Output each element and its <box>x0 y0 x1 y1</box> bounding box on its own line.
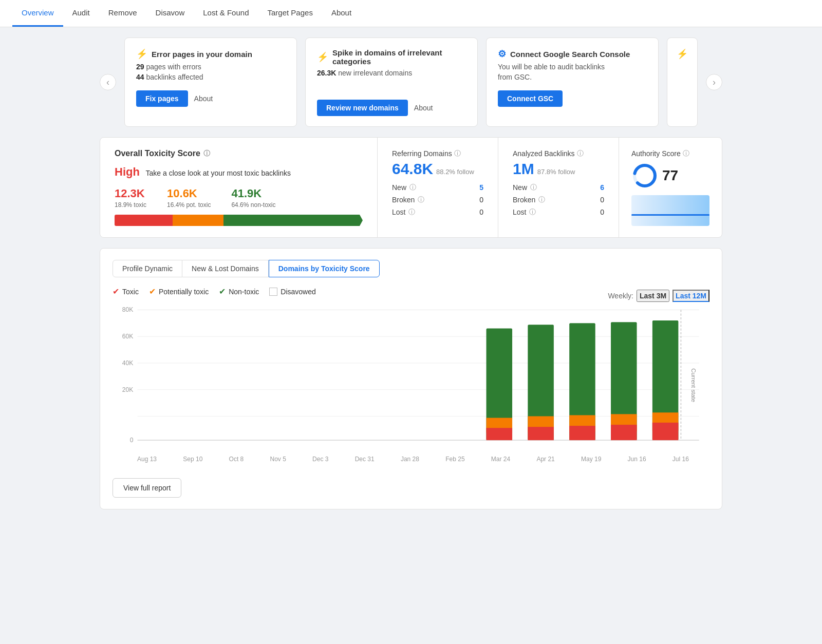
authority-score-panel: Authority Score ⓘ 77 <box>619 138 722 237</box>
svg-text:20K: 20K <box>122 386 134 393</box>
svg-text:0: 0 <box>130 437 134 444</box>
analyzed-lost-row: Lost ⓘ 0 <box>513 207 604 217</box>
about-link-error[interactable]: About <box>194 94 213 103</box>
stats-row: Overall Toxicity Score ⓘ High Take a clo… <box>100 137 722 238</box>
check-toxic-icon: ✔ <box>113 287 119 296</box>
tox-num-nontoxic: 41.9K 64.6% non-toxic <box>231 187 275 209</box>
chart-area: 80K 60K 40K 20K 0 <box>113 305 709 469</box>
tox-label-toxic: 18.9% toxic <box>115 201 146 209</box>
authority-score-display: 77 <box>631 162 709 189</box>
alert-card-partial: ⚡ <box>667 37 698 127</box>
analyzed-new-row: New ⓘ 6 <box>513 183 604 192</box>
toxicity-panel: Overall Toxicity Score ⓘ High Take a clo… <box>100 138 378 237</box>
analyzed-backlinks-label: Analyzed Backlinks ⓘ <box>513 149 604 158</box>
check-pot-toxic-icon: ✔ <box>149 287 156 296</box>
alert-card-spike: ⚡ Spike in domains of irrelevant categor… <box>305 37 478 127</box>
nav-overview[interactable]: Overview <box>12 0 63 27</box>
tox-bar-green <box>223 215 352 226</box>
alert-body-gsc-2: from GSC. <box>498 73 647 81</box>
period-last-12m[interactable]: Last 12M <box>672 290 709 302</box>
nav-lost-found[interactable]: Lost & Found <box>194 0 258 27</box>
alert-body-error-2: 44 backlinks affected <box>136 73 285 81</box>
chart-x-labels: Aug 13 Sep 10 Oct 8 Nov 5 Dec 3 Dec 31 J… <box>113 453 709 463</box>
referring-broken-info-icon[interactable]: ⓘ <box>418 195 424 204</box>
alert-body-gsc-1: You will be able to audit backlinks <box>498 63 647 71</box>
alert-actions-spike: Review new domains About <box>317 100 466 116</box>
alert-body-error-1: 29 pages with errors <box>136 63 285 71</box>
analyzed-backlinks-rows: New ⓘ 6 Broken ⓘ 0 Lost ⓘ 0 <box>513 183 604 217</box>
tox-label-pot-toxic: 16.4% pot. toxic <box>167 201 211 209</box>
toxicity-desc: Take a close look at your most toxic bac… <box>146 169 291 177</box>
referring-domains-main: 64.8K 88.2% follow <box>392 160 483 178</box>
alert-title-error: ⚡ Error pages in your domain <box>136 48 285 60</box>
check-disavowed-icon <box>269 288 277 296</box>
about-link-spike[interactable]: About <box>414 104 433 112</box>
analyzed-broken-info-icon[interactable]: ⓘ <box>538 195 545 204</box>
legend-disavowed: Disavowed <box>269 288 315 296</box>
legend-period-row: ✔ Toxic ✔ Potentially toxic ✔ Non-toxic … <box>113 287 709 305</box>
tab-profile-dynamic[interactable]: Profile Dynamic <box>113 260 182 277</box>
alert-title-spike: ⚡ Spike in domains of irrelevant categor… <box>317 48 466 66</box>
tox-bar-red <box>115 215 173 226</box>
tab-domains-toxicity[interactable]: Domains by Toxicity Score <box>269 260 380 277</box>
bar-jun-extra <box>569 323 595 440</box>
svg-rect-18 <box>528 427 554 440</box>
toxicity-level: High <box>115 165 140 178</box>
tox-val-nontoxic: 41.9K <box>231 187 275 200</box>
toxicity-info-icon[interactable]: ⓘ <box>203 149 210 158</box>
referring-new-info-icon[interactable]: ⓘ <box>409 183 416 192</box>
referring-domains-label: Referring Domains ⓘ <box>392 149 483 158</box>
prev-arrow-button[interactable]: ‹ <box>100 74 116 90</box>
alert-cards-row: ‹ ⚡ Error pages in your domain 29 pages … <box>100 37 722 127</box>
period-last-3m[interactable]: Last 3M <box>637 290 669 302</box>
bar-jul16 <box>611 322 637 440</box>
tox-bar-orange <box>173 215 223 226</box>
toxicity-title: Overall Toxicity Score ⓘ <box>115 149 363 158</box>
period-row: Weekly: Last 3M Last 12M <box>608 290 709 302</box>
tab-new-lost-domains[interactable]: New & Lost Domains <box>182 260 269 277</box>
nav-about[interactable]: About <box>322 0 361 27</box>
svg-rect-24 <box>611 425 637 440</box>
review-new-domains-button[interactable]: Review new domains <box>317 100 408 116</box>
nav-target-pages[interactable]: Target Pages <box>258 0 322 27</box>
nav-disavow[interactable]: Disavow <box>146 0 194 27</box>
view-full-report-button[interactable]: View full report <box>113 478 181 498</box>
alert-title-gsc: ⚙ Connect Google Search Console <box>498 48 647 60</box>
navigation: Overview Audit Remove Disavow Lost & Fou… <box>0 0 822 27</box>
nav-audit[interactable]: Audit <box>63 0 99 27</box>
analyzed-broken-row: Broken ⓘ 0 <box>513 195 604 204</box>
tox-val-pot-toxic: 10.6K <box>167 187 211 200</box>
chart-section: Profile Dynamic New & Lost Domains Domai… <box>100 248 722 509</box>
chart-tabs-row: Profile Dynamic New & Lost Domains Domai… <box>113 260 709 277</box>
authority-score-info-icon[interactable]: ⓘ <box>683 149 689 158</box>
svg-text:Current state: Current state <box>690 368 697 402</box>
svg-text:40K: 40K <box>122 359 134 367</box>
analyzed-backlinks-main: 1M 87.8% follow <box>513 160 604 178</box>
nav-remove[interactable]: Remove <box>99 0 146 27</box>
authority-score-value: 77 <box>662 167 678 184</box>
analyzed-backlinks-info-icon[interactable]: ⓘ <box>577 149 584 158</box>
analyzed-lost-info-icon[interactable]: ⓘ <box>529 207 536 217</box>
tox-num-pot-toxic: 10.6K 16.4% pot. toxic <box>167 187 211 209</box>
referring-lost-info-icon[interactable]: ⓘ <box>408 207 415 217</box>
legend-toxic: ✔ Toxic <box>113 287 139 296</box>
alert-actions-gsc: Connect GSC <box>498 90 647 107</box>
next-arrow-button[interactable]: › <box>706 74 722 90</box>
analyzed-backlinks-panel: Analyzed Backlinks ⓘ 1M 87.8% follow New… <box>498 138 619 237</box>
svg-rect-21 <box>569 426 595 440</box>
connect-gsc-button[interactable]: Connect GSC <box>498 90 563 107</box>
referring-domains-info-icon[interactable]: ⓘ <box>454 149 461 158</box>
svg-rect-15 <box>487 428 513 440</box>
bar-may19 <box>487 329 513 441</box>
analyzed-new-info-icon[interactable]: ⓘ <box>530 183 537 192</box>
fix-pages-button[interactable]: Fix pages <box>136 90 188 107</box>
tox-val-toxic: 12.3K <box>115 187 146 200</box>
referring-domains-rows: New ⓘ 5 Broken ⓘ 0 Lost ⓘ 0 <box>392 183 483 217</box>
svg-rect-27 <box>652 423 679 440</box>
referring-domains-panel: Referring Domains ⓘ 64.8K 88.2% follow N… <box>378 138 498 237</box>
svg-text:60K: 60K <box>122 333 134 340</box>
referring-broken-row: Broken ⓘ 0 <box>392 195 483 204</box>
lightning-red-icon: ⚡ <box>136 48 147 60</box>
svg-point-1 <box>634 165 655 186</box>
toxicity-numbers: 12.3K 18.9% toxic 10.6K 16.4% pot. toxic… <box>115 187 363 209</box>
